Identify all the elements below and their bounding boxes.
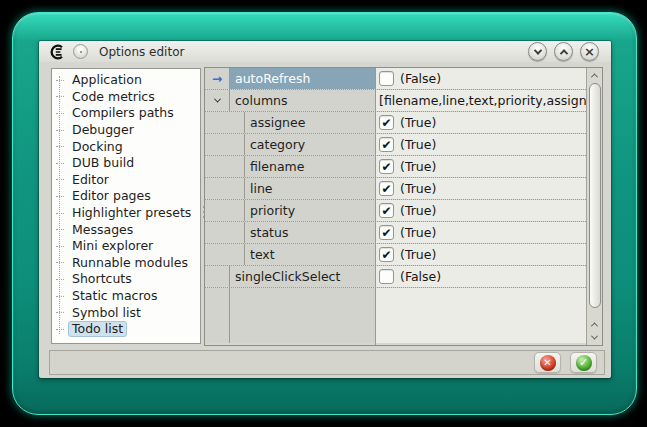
sidebar-item-mini-explorer[interactable]: Mini explorer [52, 238, 200, 255]
accept-circle-icon: ✓ [576, 355, 592, 371]
value-text: (True) [400, 247, 436, 262]
property-row-filename[interactable]: filename ✔ (True) [205, 156, 602, 178]
sidebar-item-todo-list[interactable]: Todo list [52, 321, 200, 338]
grid-empty-area [205, 288, 602, 343]
property-value[interactable]: ✔ (True) [375, 244, 602, 265]
sidebar-item-runnable-modules[interactable]: Runnable modules [52, 255, 200, 272]
sidebar-item-debugger[interactable]: Debugger [52, 122, 200, 139]
title-bar[interactable]: Options editor × [39, 41, 611, 62]
property-row-priority[interactable]: priority ✔ (True) [205, 200, 602, 222]
maximize-button[interactable] [554, 42, 573, 61]
property-row-text[interactable]: text ✔ (True) [205, 244, 602, 266]
row-gutter[interactable]: → [205, 68, 229, 89]
sidebar-item-label: Editor [68, 172, 113, 188]
sidebar-item-editor[interactable]: Editor [52, 172, 200, 189]
sidebar-item-static-macros[interactable]: Static macros [52, 288, 200, 305]
property-row-autoRefresh[interactable]: → autoRefresh (False) [205, 68, 602, 90]
value-checkbox[interactable]: ✔ [379, 137, 394, 152]
row-gutter[interactable] [205, 178, 229, 199]
cancel-button[interactable]: ✕ [534, 352, 561, 373]
property-name[interactable]: singleClickSelect [229, 266, 375, 287]
property-name[interactable]: line [244, 178, 375, 199]
row-gutter[interactable] [205, 134, 229, 155]
property-name[interactable]: assignee [244, 112, 375, 133]
value-checkbox[interactable]: ✔ [379, 203, 394, 218]
sidebar-item-application[interactable]: Application [52, 72, 200, 89]
row-gutter[interactable] [205, 156, 229, 177]
tree-branch-icon [56, 229, 64, 230]
value-checkbox[interactable] [379, 71, 394, 86]
property-name[interactable]: category [244, 134, 375, 155]
row-gutter[interactable] [205, 244, 229, 265]
footer-bar: ✕ ✓ [49, 350, 605, 375]
property-value[interactable]: ✔ (True) [375, 156, 602, 177]
sidebar-item-compilers-paths[interactable]: Compilers paths [52, 105, 200, 122]
property-value[interactable]: (False) [375, 68, 602, 89]
minimize-button[interactable] [528, 42, 547, 61]
row-gutter[interactable] [205, 222, 229, 243]
property-row-category[interactable]: category ✔ (True) [205, 134, 602, 156]
property-row-singleClickSelect[interactable]: singleClickSelect (False) [205, 266, 602, 288]
row-gutter[interactable] [205, 266, 229, 287]
sidebar-item-symbol-list[interactable]: Symbol list [52, 304, 200, 321]
row-indent [229, 200, 244, 221]
property-value[interactable]: ✔ (True) [375, 222, 602, 243]
row-gutter[interactable] [205, 112, 229, 133]
property-name[interactable]: filename [244, 156, 375, 177]
property-value[interactable]: ✔ (True) [375, 200, 602, 221]
scrollbar-thumb[interactable] [589, 83, 601, 308]
sidebar-item-label: Symbol list [68, 305, 145, 321]
column-separator[interactable] [375, 68, 376, 345]
property-value[interactable]: ✔ (True) [375, 134, 602, 155]
category-tree[interactable]: Application Code metrics Compilers paths… [51, 68, 201, 344]
sidebar-item-editor-pages[interactable]: Editor pages [52, 188, 200, 205]
sidebar-item-code-metrics[interactable]: Code metrics [52, 89, 200, 106]
property-row-line[interactable]: line ✔ (True) [205, 178, 602, 200]
sidebar-item-docking[interactable]: Docking [52, 138, 200, 155]
sidebar-item-messages[interactable]: Messages [52, 221, 200, 238]
value-checkbox[interactable]: ✔ [379, 225, 394, 240]
value-checkbox[interactable]: ✔ [379, 181, 394, 196]
property-value[interactable]: [filename,line,text,priority,assigne [375, 90, 602, 111]
sidebar-item-highlighter-presets[interactable]: Highlighter presets [52, 205, 200, 222]
window-menu-button[interactable] [73, 44, 88, 59]
sidebar-item-label: Highlighter presets [68, 205, 195, 221]
property-value[interactable]: (False) [375, 266, 602, 287]
property-name[interactable]: autoRefresh [229, 68, 375, 89]
value-checkbox[interactable]: ✔ [379, 247, 394, 262]
property-row-columns[interactable]: columns [filename,line,text,priority,ass… [205, 90, 602, 112]
chevron-down-icon [591, 333, 598, 340]
scroll-down-button[interactable] [587, 331, 602, 344]
selected-row-arrow-icon: → [212, 73, 222, 85]
property-grid[interactable]: → autoRefresh (False) columns [filename,… [204, 67, 603, 346]
scroll-up-button[interactable] [587, 69, 602, 82]
property-value[interactable]: ✔ (True) [375, 112, 602, 133]
tree-branch-icon [56, 163, 64, 164]
sidebar-item-label: Static macros [68, 288, 161, 304]
row-gutter[interactable] [205, 90, 229, 111]
tree-branch-icon [56, 130, 64, 131]
property-name[interactable]: text [244, 244, 375, 265]
value-checkbox[interactable] [379, 269, 394, 284]
property-row-status[interactable]: status ✔ (True) [205, 222, 602, 244]
sidebar-item-shortcuts[interactable]: Shortcuts [52, 271, 200, 288]
property-name[interactable]: status [244, 222, 375, 243]
property-row-assignee[interactable]: assignee ✔ (True) [205, 112, 602, 134]
property-name[interactable]: columns [229, 90, 375, 111]
property-value[interactable]: ✔ (True) [375, 178, 602, 199]
vertical-scrollbar[interactable] [586, 68, 602, 345]
window-title: Options editor [99, 45, 528, 59]
value-checkbox[interactable]: ✔ [379, 115, 394, 130]
chevron-up-icon [559, 49, 567, 57]
collapse-chevron-icon[interactable] [213, 96, 220, 103]
sidebar-item-dub-build[interactable]: DUB build [52, 155, 200, 172]
accept-button[interactable]: ✓ [570, 352, 597, 373]
close-button[interactable]: × [580, 42, 599, 61]
value-checkbox[interactable]: ✔ [379, 159, 394, 174]
property-name[interactable]: priority [244, 200, 375, 221]
sidebar-item-label: Runnable modules [68, 255, 192, 271]
value-text: (False) [400, 71, 441, 86]
scroll-up-button-2[interactable] [587, 318, 602, 331]
tree-branch-icon [56, 196, 64, 197]
row-gutter[interactable] [205, 200, 229, 221]
